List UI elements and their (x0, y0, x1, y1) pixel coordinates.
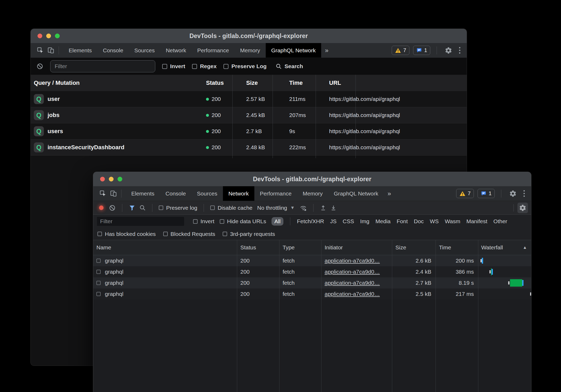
column-divider[interactable] (356, 75, 356, 158)
export-har-icon[interactable] (330, 204, 337, 211)
chip-img[interactable]: Img (360, 218, 370, 225)
column-header-url[interactable]: URL (325, 75, 467, 91)
table-row[interactable]: QinstanceSecurityDashboard 200 2.48 kB 2… (31, 139, 467, 156)
column-header-type[interactable]: Type (279, 240, 321, 255)
regex-checkbox-group[interactable]: Regex (192, 63, 217, 69)
tab-elements[interactable]: Elements (63, 43, 97, 58)
chip-doc[interactable]: Doc (414, 218, 424, 225)
titlebar[interactable]: DevTools - gitlab.com/-/graphql-explorer (31, 29, 467, 43)
minimize-button[interactable] (46, 34, 51, 38)
issues-badge[interactable]: 1 (478, 189, 495, 198)
regex-checkbox[interactable] (192, 64, 197, 69)
warnings-badge[interactable]: 7 (456, 189, 474, 198)
column-divider[interactable] (232, 75, 233, 158)
settings-gear-icon[interactable] (508, 188, 518, 199)
chip-manifest[interactable]: Manifest (466, 218, 487, 225)
tab-memory[interactable]: Memory (297, 186, 328, 201)
chip-css[interactable]: CSS (343, 218, 354, 225)
search-icon[interactable] (139, 204, 146, 211)
initiator-link[interactable]: application-a7ca9d0… (325, 291, 380, 297)
chip-wasm[interactable]: Wasm (445, 218, 460, 225)
table-row[interactable]: graphql 200 fetch application-a7ca9d0… 2… (93, 288, 531, 300)
issues-badge[interactable]: 1 (413, 46, 430, 55)
column-header-time[interactable]: Time (285, 75, 325, 91)
column-header-status[interactable]: Status (237, 240, 279, 255)
chip-js[interactable]: JS (330, 218, 337, 225)
initiator-link[interactable]: application-a7ca9d0… (325, 280, 380, 286)
tab-sources[interactable]: Sources (191, 186, 223, 201)
row-checkbox[interactable] (96, 270, 101, 274)
column-header-time[interactable]: Time (436, 240, 478, 255)
throttling-dropdown[interactable]: No throttling ▼ (256, 205, 296, 211)
initiator-link[interactable]: application-a7ca9d0… (325, 258, 380, 264)
table-row[interactable]: Qusers 200 2.7 kB 9s https://gitlab.com/… (31, 123, 467, 139)
chip-ws[interactable]: WS (430, 218, 439, 225)
row-checkbox[interactable] (96, 292, 101, 296)
blocked-requests-checkbox[interactable] (163, 232, 168, 236)
preserve-log-checkbox[interactable] (159, 206, 163, 210)
chip-all[interactable]: All (272, 217, 283, 226)
import-har-icon[interactable] (320, 204, 326, 211)
tab-memory[interactable]: Memory (235, 43, 266, 58)
network-conditions-icon[interactable] (300, 204, 307, 212)
tab-performance[interactable]: Performance (192, 43, 235, 58)
preserve-log-checkbox[interactable] (223, 64, 228, 69)
chip-other[interactable]: Other (493, 218, 507, 225)
tab-network[interactable]: Network (223, 186, 254, 201)
has-blocked-cookies-checkbox-group[interactable]: Has blocked cookies (97, 231, 156, 237)
more-tabs-icon[interactable]: » (321, 43, 332, 58)
search-control[interactable]: Search (275, 63, 303, 69)
device-toolbar-icon[interactable] (108, 188, 119, 199)
more-options-icon[interactable] (457, 47, 462, 54)
clear-icon[interactable] (109, 204, 116, 211)
sort-ascending-icon[interactable]: ▲ (523, 245, 527, 250)
third-party-requests-checkbox[interactable] (223, 232, 227, 236)
network-settings-gear-icon[interactable] (517, 203, 528, 213)
tab-performance[interactable]: Performance (254, 186, 297, 201)
filter-input[interactable] (97, 217, 184, 226)
column-divider[interactable] (279, 240, 279, 392)
tab-sources[interactable]: Sources (129, 43, 160, 58)
invert-checkbox-group[interactable]: Invert (193, 218, 214, 225)
chip-font[interactable]: Font (397, 218, 408, 225)
column-header-query-mutation[interactable]: Query / Mutation (31, 75, 202, 91)
invert-checkbox[interactable] (162, 64, 167, 69)
hide-data-urls-checkbox-group[interactable]: Hide data URLs (220, 218, 266, 225)
more-tabs-icon[interactable]: » (384, 186, 395, 201)
column-divider[interactable] (321, 240, 321, 392)
row-checkbox[interactable] (96, 281, 101, 285)
invert-checkbox[interactable] (193, 219, 198, 224)
more-options-icon[interactable] (522, 190, 526, 197)
blocked-requests-checkbox-group[interactable]: Blocked Requests (163, 231, 215, 237)
inspect-element-icon[interactable] (35, 45, 45, 56)
titlebar[interactable]: DevTools - gitlab.com/-/graphql-explorer (93, 172, 531, 186)
close-button[interactable] (100, 177, 105, 181)
inspect-element-icon[interactable] (97, 188, 108, 199)
column-header-status[interactable]: Status (202, 75, 242, 91)
column-header-initiator[interactable]: Initiator (321, 240, 392, 255)
column-divider[interactable] (478, 240, 478, 392)
tab-graphql-network[interactable]: GraphQL Network (266, 43, 321, 58)
table-row[interactable]: graphql 200 fetch application-a7ca9d0… 2… (93, 277, 531, 288)
preserve-log-checkbox-group[interactable]: Preserve Log (223, 63, 267, 69)
third-party-requests-checkbox-group[interactable]: 3rd-party requests (223, 231, 275, 237)
table-row[interactable]: graphql 200 fetch application-a7ca9d0… 2… (93, 255, 531, 266)
column-divider[interactable] (273, 75, 273, 158)
initiator-link[interactable]: application-a7ca9d0… (325, 269, 380, 275)
device-toolbar-icon[interactable] (45, 45, 56, 56)
column-divider[interactable] (237, 240, 237, 392)
zoom-button[interactable] (55, 34, 60, 38)
hide-data-urls-checkbox[interactable] (220, 219, 224, 224)
settings-gear-icon[interactable] (443, 45, 454, 56)
tab-graphql-network[interactable]: GraphQL Network (328, 186, 384, 201)
tab-network[interactable]: Network (160, 43, 192, 58)
tab-console[interactable]: Console (97, 43, 129, 58)
filter-input[interactable] (50, 60, 155, 72)
chip-fetch-xhr[interactable]: Fetch/XHR (297, 218, 324, 225)
column-divider[interactable] (316, 75, 316, 158)
column-divider[interactable] (392, 240, 392, 392)
record-icon[interactable] (99, 206, 104, 210)
tab-elements[interactable]: Elements (126, 186, 160, 201)
table-row[interactable]: Qjobs 200 2.45 kB 207ms https://gitlab.c… (31, 107, 467, 123)
has-blocked-cookies-checkbox[interactable] (97, 232, 102, 236)
